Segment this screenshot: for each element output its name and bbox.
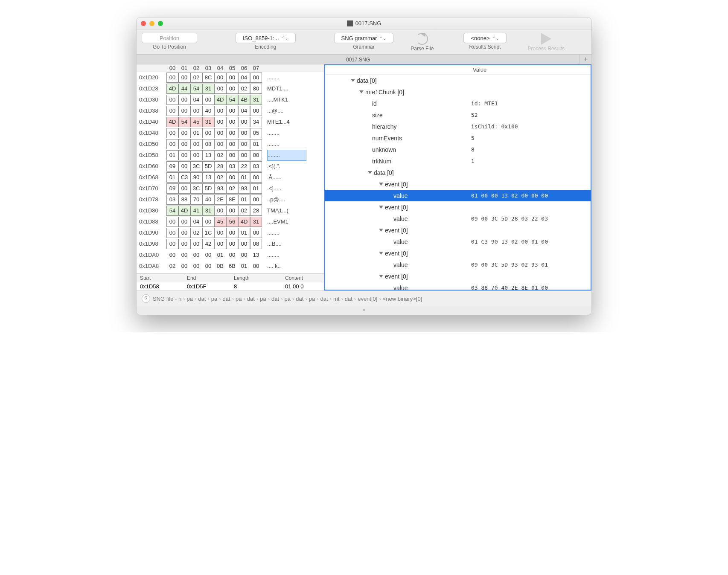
hex-byte[interactable]: 00 — [226, 150, 238, 161]
hex-byte[interactable]: 27 — [178, 272, 190, 273]
hex-byte[interactable]: 3C — [190, 161, 202, 172]
hex-byte[interactable]: 02 — [238, 206, 250, 216]
hex-byte[interactable]: 00 — [202, 261, 214, 272]
hex-byte[interactable]: 00 — [214, 239, 226, 250]
hex-byte[interactable]: 02 — [226, 183, 238, 194]
hex-byte[interactable]: 00 — [214, 117, 226, 128]
hex-byte[interactable]: 31 — [250, 95, 262, 105]
hex-byte[interactable]: 00 — [166, 239, 178, 250]
hex-byte[interactable]: 02 — [166, 261, 178, 272]
hex-byte[interactable]: 00 — [226, 128, 238, 139]
hex-byte[interactable]: 00 — [238, 272, 250, 273]
hex-byte[interactable]: 03 — [166, 195, 178, 205]
breadcrumb-item[interactable]: pa — [260, 296, 266, 302]
hex-row[interactable]: 0x1D900000021C00000100........ — [137, 227, 324, 238]
hex-byte[interactable]: 09 — [166, 183, 178, 194]
breadcrumb-item[interactable]: pa — [284, 296, 290, 302]
add-tab-button[interactable]: + — [579, 55, 591, 64]
hex-byte[interactable]: 31 — [202, 206, 214, 216]
hex-byte[interactable]: 01 — [250, 139, 262, 150]
minimize-icon[interactable] — [149, 21, 154, 26]
hex-byte[interactable]: 41 — [190, 206, 202, 216]
hex-byte[interactable]: 00 — [214, 139, 226, 150]
hex-byte[interactable]: 4D — [238, 217, 250, 227]
hex-row[interactable]: 0x1D880000040045564D31....EVM1 — [137, 216, 324, 227]
hex-byte[interactable]: 00 — [166, 95, 178, 105]
hex-byte[interactable]: 00 — [238, 150, 250, 161]
tree-row[interactable]: idid: MTE1 — [325, 98, 591, 109]
tree-row[interactable]: event [0] — [325, 201, 591, 213]
hex-row[interactable]: 0x1D284D44543100000280MDT1.... — [137, 83, 324, 94]
zoom-icon[interactable] — [158, 21, 163, 26]
hex-byte[interactable]: 00 — [226, 139, 238, 150]
hex-byte[interactable]: 00 — [178, 239, 190, 250]
hex-byte[interactable]: 02 — [238, 84, 250, 94]
hex-byte[interactable]: 01 — [238, 261, 250, 272]
disclosure-triangle-icon[interactable] — [379, 183, 383, 186]
disclosure-triangle-icon[interactable] — [368, 171, 372, 174]
hex-row[interactable]: 0x1D7009003C5D93029301.<]..... — [137, 183, 324, 194]
breadcrumb-item[interactable]: SNG file - n — [153, 296, 181, 302]
hex-byte[interactable]: 1C — [202, 228, 214, 238]
hex-row[interactable]: 0x1D200000028C00000400........ — [137, 72, 324, 83]
hex-byte[interactable]: 70 — [190, 195, 202, 205]
play-icon[interactable] — [541, 33, 551, 45]
breadcrumb-item[interactable]: dat — [223, 296, 230, 302]
tree-row[interactable]: numEvents5 — [325, 132, 591, 144]
position-button[interactable]: Position — [142, 33, 197, 43]
hex-byte[interactable]: 88 — [178, 195, 190, 205]
disclosure-triangle-icon[interactable] — [379, 229, 383, 232]
hex-byte[interactable]: 00 — [238, 117, 250, 128]
breadcrumb-item[interactable]: dat — [320, 296, 328, 302]
hex-byte[interactable]: 00 — [190, 272, 202, 273]
hex-byte[interactable]: 01 — [238, 228, 250, 238]
hex-byte[interactable]: 00 — [214, 128, 226, 139]
hex-byte[interactable]: 00 — [190, 106, 202, 116]
hex-byte[interactable]: 00 — [202, 128, 214, 139]
hex-byte[interactable]: 4D — [166, 117, 178, 128]
hex-byte[interactable]: 8C — [202, 73, 214, 83]
results-script-select[interactable]: <none>⌃⌄ — [463, 33, 506, 43]
disclosure-triangle-icon[interactable] — [379, 275, 383, 278]
hex-byte[interactable]: 90 — [190, 172, 202, 183]
hex-byte[interactable]: 00 — [226, 73, 238, 83]
hex-byte[interactable]: 00 — [250, 106, 262, 116]
tree-row[interactable]: mte1Chunk [0] — [325, 86, 591, 98]
hex-byte[interactable]: 31 — [202, 84, 214, 94]
resize-handle[interactable]: ● — [137, 306, 591, 315]
hex-byte[interactable]: 00 — [250, 172, 262, 183]
hex-byte[interactable]: 01 — [214, 272, 226, 273]
hex-byte[interactable]: 00 — [226, 250, 238, 261]
hex-byte[interactable]: 34 — [250, 117, 262, 128]
hex-byte[interactable]: 00 — [178, 95, 190, 105]
hex-byte[interactable]: 00 — [238, 239, 250, 250]
hex-row[interactable]: 0x1D78038870402E8E0100..p@.... — [137, 194, 324, 205]
hex-byte[interactable]: 01 — [238, 172, 250, 183]
breadcrumb-item[interactable]: dat — [296, 296, 303, 302]
hex-byte[interactable]: 02 — [190, 73, 202, 83]
hex-byte[interactable]: 56 — [226, 217, 238, 227]
hex-body[interactable]: 0x1D200000028C00000400........0x1D284D44… — [137, 72, 324, 273]
hex-byte[interactable]: 00 — [190, 150, 202, 161]
hex-byte[interactable]: 00 — [226, 239, 238, 250]
hex-byte[interactable]: 6B — [226, 261, 238, 272]
hex-row[interactable]: 0x1DA00000000001000013........ — [137, 250, 324, 261]
hex-byte[interactable]: 01 — [214, 250, 226, 261]
hex-byte[interactable]: 00 — [178, 217, 190, 227]
help-button[interactable]: ? — [142, 294, 150, 303]
hex-row[interactable]: 0x1D6801C3901302000100.Ã...... — [137, 172, 324, 183]
tree-row[interactable]: size52 — [325, 109, 591, 121]
hex-byte[interactable]: 00 — [226, 117, 238, 128]
tab-file[interactable]: 0017.SNG — [137, 55, 579, 64]
hex-row[interactable]: 0x1D380000004000000400...@.... — [137, 105, 324, 116]
hex-row[interactable]: 0x1D580100001302000000........ — [137, 150, 324, 161]
hex-byte[interactable]: 13 — [250, 250, 262, 261]
hex-byte[interactable]: 13 — [250, 272, 262, 273]
hex-row[interactable]: 0x1D80544D413100000228TMA1...( — [137, 205, 324, 216]
close-icon[interactable] — [141, 21, 146, 26]
hex-byte[interactable]: 00 — [238, 128, 250, 139]
hex-row[interactable]: 0x1DA8020000000B6B0180.... k.. — [137, 261, 324, 272]
hex-byte[interactable]: C3 — [178, 172, 190, 183]
hex-byte[interactable]: 00 — [178, 228, 190, 238]
hex-byte[interactable]: 02 — [214, 150, 226, 161]
